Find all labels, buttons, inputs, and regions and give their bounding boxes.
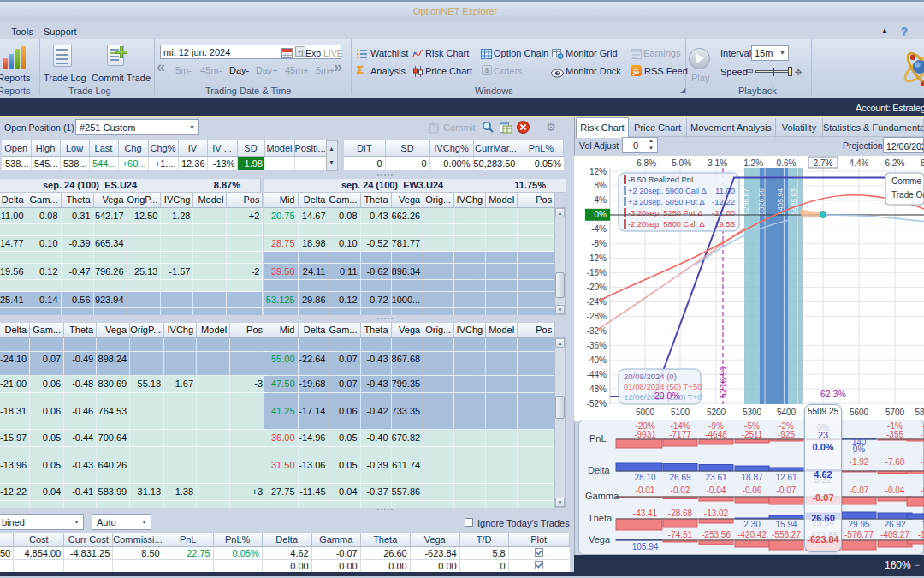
svg-text:-1: -1 (921, 430, 924, 439)
svg-text:5700: 5700 (886, 408, 905, 417)
svg-text:-8.50 Realized PnL: -8.50 Realized PnL (628, 176, 696, 184)
svg-text:20.0%: 20.0% (654, 390, 680, 401)
svg-text:5300: 5300 (743, 408, 762, 417)
svg-text:11.00: 11.00 (715, 186, 735, 195)
svg-text:-17: -17 (918, 530, 924, 539)
svg-text:58: 58 (915, 408, 924, 417)
svg-text:2.30: 2.30 (743, 520, 761, 529)
svg-text:15.94: 15.94 (775, 520, 797, 529)
svg-text:-4%: -4% (591, 224, 607, 234)
svg-text:-1.2%: -1.2% (741, 158, 763, 168)
svg-text:18.87: 18.87 (741, 473, 762, 482)
svg-text:20/09/2024 (0): 20/09/2024 (0) (624, 372, 677, 381)
svg-text:-52%: -52% (587, 399, 607, 408)
svg-text:-1.92: -1.92 (850, 457, 869, 467)
svg-text:-420.42: -420.42 (737, 530, 767, 539)
svg-text:-13.02: -13.02 (704, 509, 729, 518)
svg-text:23.61: 23.61 (705, 473, 726, 482)
svg-text:5600: 5600 (850, 408, 869, 417)
svg-text:29.95: 29.95 (848, 520, 869, 529)
svg-text:-4648: -4648 (705, 430, 727, 439)
svg-text:-44%: -44% (587, 370, 607, 379)
svg-text:-0.06: -0.06 (743, 486, 762, 495)
svg-text:4%: 4% (595, 195, 607, 205)
svg-text:5000: 5000 (636, 408, 655, 417)
svg-text:Gamma: Gamma (585, 491, 619, 501)
svg-text:-28%: -28% (587, 312, 607, 321)
svg-text:62.3%: 62.3% (820, 389, 846, 399)
svg-text:-0: -0 (921, 486, 924, 495)
svg-text:-556.27: -556.27 (772, 530, 801, 539)
svg-text:5326.56: 5326.56 (757, 188, 766, 215)
svg-text:0%: 0% (595, 210, 607, 219)
svg-text:26.69: 26.69 (669, 473, 690, 482)
svg-text:-21.00: -21.00 (712, 208, 735, 217)
svg-text:2.7%: 2.7% (814, 158, 833, 168)
svg-text:-0.07: -0.07 (850, 486, 869, 495)
svg-text:12%: 12% (589, 167, 607, 176)
svg-text:-0.04: -0.04 (886, 486, 905, 495)
svg-text:-409.27: -409.27 (880, 530, 909, 539)
svg-text:-576.77: -576.77 (844, 530, 874, 539)
svg-text:-7177: -7177 (669, 430, 691, 439)
svg-text:-355: -355 (886, 430, 903, 439)
svg-text:+2 20sep. 5900 Call Δ: +2 20sep. 5900 Call Δ (628, 187, 707, 195)
svg-text:-43.41: -43.41 (633, 509, 658, 518)
svg-text:28.10: 28.10 (634, 473, 655, 482)
svg-text:5216.91: 5216.91 (718, 366, 728, 398)
svg-text:-16%: -16% (587, 268, 607, 277)
svg-text:-253.56: -253.56 (702, 530, 731, 539)
svg-text:-6.8%: -6.8% (634, 158, 656, 168)
svg-text:-36%: -36% (587, 341, 607, 350)
svg-text:8%: 8% (595, 181, 607, 190)
svg-text:-28.68: -28.68 (668, 509, 693, 518)
svg-text:-9931: -9931 (634, 430, 656, 439)
svg-text:-20%: -20% (587, 283, 607, 292)
svg-text:-40%: -40% (587, 355, 607, 365)
svg-text:-0.01: -0.01 (636, 486, 655, 495)
svg-text:0%: 0% (853, 444, 866, 454)
svg-text:+3 20sep. 5050 Put Δ: +3 20sep. 5050 Put Δ (628, 198, 705, 206)
svg-text:Theta: Theta (588, 513, 613, 523)
svg-text:0.6%: 0.6% (777, 158, 797, 168)
svg-text:-12%: -12% (587, 253, 607, 263)
svg-text:-74.51: -74.51 (668, 530, 693, 539)
svg-text:5286.87: 5286.87 (742, 188, 750, 215)
svg-text:-925: -925 (778, 430, 795, 439)
svg-text:6.2%: 6.2% (886, 158, 905, 168)
svg-text:PnL: PnL (589, 433, 607, 444)
svg-text:5100: 5100 (671, 408, 690, 417)
svg-text:-3 20sep. 5250 Put Δ: -3 20sep. 5250 Put Δ (628, 209, 702, 217)
svg-text:-5.0%: -5.0% (669, 158, 691, 168)
svg-text:5400: 5400 (777, 408, 797, 417)
svg-text:4.4%: 4.4% (850, 158, 869, 168)
svg-text:-2 20sep. 5800 Call Δ: -2 20sep. 5800 Call Δ (628, 220, 704, 229)
svg-text:-3.1%: -3.1% (705, 158, 727, 168)
svg-text:-1: -1 (921, 457, 924, 467)
svg-text:-48%: -48% (587, 384, 607, 394)
svg-text:-2511: -2511 (742, 430, 763, 439)
svg-text:26.92: 26.92 (884, 520, 905, 529)
svg-text:-0.02: -0.02 (671, 486, 690, 495)
svg-text:Comme: Comme (891, 176, 921, 186)
svg-text:Vega: Vega (589, 534, 611, 545)
svg-text:5200: 5200 (707, 408, 726, 417)
svg-text:8: 8 (921, 158, 924, 168)
svg-text:-8%: -8% (591, 239, 607, 248)
svg-text:5445.63: 5445.63 (790, 188, 798, 215)
svg-text:Trade Oc: Trade Oc (891, 190, 924, 200)
svg-text:-7.60: -7.60 (886, 457, 905, 467)
svg-text:12.61: 12.61 (775, 473, 797, 482)
svg-text:105.94: 105.94 (632, 542, 659, 551)
svg-text:Delta: Delta (588, 465, 611, 475)
svg-text:-0.07: -0.07 (777, 486, 797, 495)
svg-text:-0.04: -0.04 (707, 486, 726, 495)
svg-text:-32%: -32% (587, 326, 607, 336)
